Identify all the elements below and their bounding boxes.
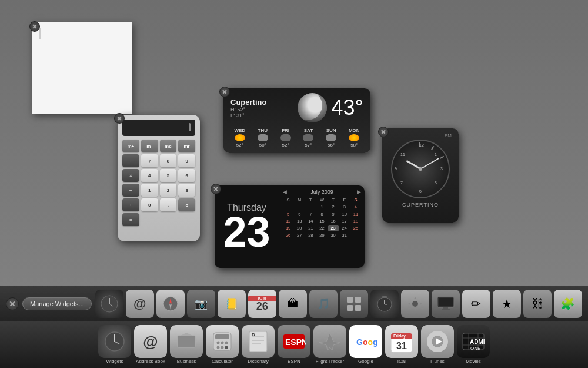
cal-cell-15[interactable]: 15 [316,218,327,224]
calc-btn-4[interactable]: 4 [141,169,158,182]
dock-close-button[interactable] [6,297,19,310]
cal-cell-18[interactable]: 18 [350,218,361,224]
cal-cell-11[interactable]: 11 [350,211,361,217]
calculator-widget: m+ m- mc mr ÷ 7 8 9 × 4 5 6 − 1 2 3 + 0 … [118,115,200,241]
dock-widget-music[interactable]: 🎵 [309,290,338,318]
cal-cell-31[interactable]: 31 [339,232,350,238]
calendar-prev-arrow[interactable]: ◀ [283,189,287,195]
dock-widget-photos[interactable]: 🏔 [279,290,307,318]
dock-item-addressbook[interactable]: @ Address Book [134,325,167,364]
cal-cell-8[interactable]: 8 [316,211,327,217]
cal-cell-16[interactable]: 16 [328,218,339,224]
dock-widget-chain[interactable]: ⛓ [523,290,552,318]
dock-item-google[interactable]: Google Google [349,325,382,364]
calc-btn-minus[interactable]: − [122,184,139,197]
dock-widget-cal26[interactable]: iCal 26 [248,290,276,318]
cal-cell-9[interactable]: 9 [328,211,339,217]
svg-rect-27 [215,334,229,339]
weather-moon-icon [298,93,327,122]
dock-item-widgets[interactable]: Widgets [98,325,131,364]
dock-item-dictionary[interactable]: D Dictionary [242,325,275,364]
dock-icon-calculator [206,325,239,358]
cal-cell-1[interactable]: 1 [316,204,327,210]
calc-btn-7[interactable]: 7 [141,154,158,167]
cal-cell-7[interactable]: 7 [305,211,316,217]
dock-item-itunes[interactable]: iTunes [421,325,454,364]
cal-cell-6[interactable]: 6 [294,211,305,217]
dock-widget-monitor[interactable] [432,290,460,318]
cal-cell-12[interactable]: 12 [283,218,293,224]
dock-widget-pen[interactable]: ✏ [462,290,490,318]
dock-widget-grid[interactable] [340,290,368,318]
dock-item-movies[interactable]: ADMITONE Movies [457,325,490,364]
calc-btn-5[interactable]: 5 [160,169,177,182]
dock-item-calculator[interactable]: Calculator [206,325,239,364]
calc-btn-plus[interactable]: + [122,198,139,211]
cal-cell-25[interactable]: 25 [350,225,361,231]
dock-label-business: Business [177,359,196,364]
calc-btn-mr[interactable]: mr [178,140,195,152]
calc-btn-mminus[interactable]: m- [141,140,158,152]
cal-cell-5[interactable]: 5 [283,211,293,217]
weather-close-button[interactable] [219,87,230,97]
calc-btn-multiply[interactable]: × [122,169,139,182]
dock-icon-espn: ESPN [278,325,310,358]
svg-text:ONE: ONE [470,346,480,351]
cal-header-s1: S [283,197,293,203]
calc-btn-2[interactable]: 2 [160,184,177,197]
calc-btn-6[interactable]: 6 [178,169,195,182]
calc-btn-decimal[interactable]: . [160,198,177,211]
cal-cell-14[interactable]: 14 [305,218,316,224]
cal-cell-2[interactable]: 2 [328,204,339,210]
cal-cell-24[interactable]: 24 [339,225,350,231]
calendar-next-arrow[interactable]: ▶ [357,189,361,195]
dock-item-flight[interactable]: Flight Tracker [313,325,346,364]
calc-btn-equals[interactable]: = [122,213,139,226]
cal-cell-17[interactable]: 17 [339,218,350,224]
cal-cell-4[interactable]: 4 [350,204,361,210]
calc-btn-clear[interactable]: c [178,198,195,211]
dock-widget-star[interactable]: ★ [493,290,521,318]
cal-cell-23[interactable]: 23 [328,225,339,231]
dock-item-espn[interactable]: ESPN ESPN [278,325,310,364]
dock-widget-gear[interactable] [401,290,429,318]
dock-item-business[interactable]: Business [170,325,203,364]
cal-cell-21[interactable]: 21 [305,225,316,231]
cal-cell-26[interactable]: 26 [283,232,293,238]
cal-cell-19[interactable]: 19 [283,225,293,231]
calc-btn-3[interactable]: 3 [178,184,195,197]
calc-btn-mc[interactable]: mc [160,140,177,152]
cal-cell-27[interactable]: 27 [294,232,305,238]
dock-widget-compass[interactable] [156,290,185,318]
calc-close-button[interactable] [114,113,125,124]
cal-cell-29[interactable]: 29 [316,232,327,238]
cal-cell-10[interactable]: 10 [339,211,350,217]
manage-widgets-button[interactable]: Manage Widgets... [22,297,92,310]
dock-label-calculator: Calculator [212,359,233,364]
dock-widget-clock[interactable] [95,290,123,318]
calc-btn-divide[interactable]: ÷ [122,154,139,167]
calc-btn-9[interactable]: 9 [178,154,195,167]
dock-widget-at[interactable]: @ [126,290,154,318]
dock-item-ical[interactable]: 31Friday iCal [385,325,418,364]
note-close-button[interactable] [29,21,40,32]
weather-day-thu: THU 50° [258,128,268,148]
calendar-close-button[interactable] [211,184,221,194]
cal-cell-22[interactable]: 22 [316,225,327,231]
cal-cell-20[interactable]: 20 [294,225,305,231]
calc-btn-mplus[interactable]: m+ [122,140,139,152]
dock-widget-puzzle[interactable]: 🧩 [554,290,582,318]
cal-cell-3[interactable]: 3 [339,204,350,210]
dock-widget-timer[interactable] [370,290,399,318]
calc-btn-8[interactable]: 8 [160,154,177,167]
cal-cell-30[interactable]: 30 [328,232,339,238]
cal-cell-13[interactable]: 13 [294,218,305,224]
calc-btn-0[interactable]: 0 [141,198,158,211]
cal-cell-28[interactable]: 28 [305,232,316,238]
dock-label-itunes: iTunes [430,359,445,364]
dock-widget-video[interactable]: 📷 [187,290,215,318]
clock-widget: PM 12 1 3 5 6 7 9 11 CUPERTINO [382,128,459,223]
calc-btn-1[interactable]: 1 [141,184,158,197]
dock-widget-contacts[interactable]: 📒 [218,290,246,318]
clock-close-button[interactable] [378,127,389,137]
